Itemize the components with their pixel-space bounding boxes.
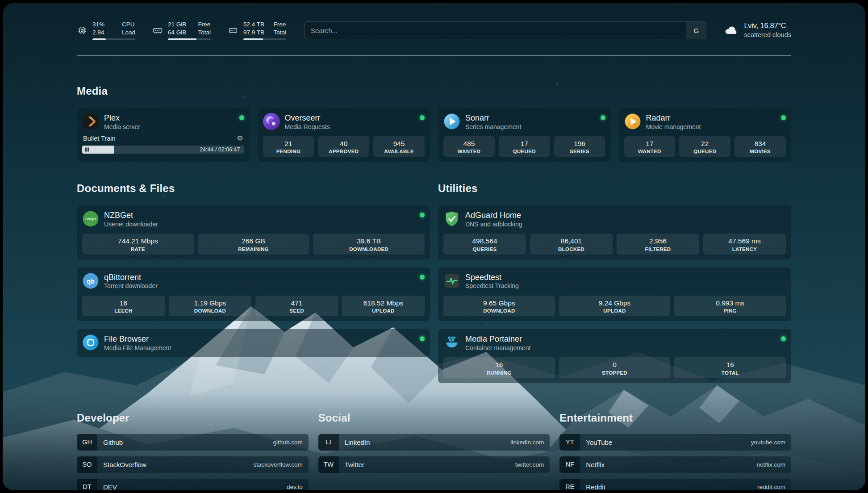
service-subtitle: Usenet downloader xyxy=(104,221,158,229)
search-input[interactable] xyxy=(305,22,686,39)
bookmark-github[interactable]: GH Github github.com xyxy=(77,434,309,451)
service-subtitle: Container management xyxy=(465,344,530,352)
service-card-plex[interactable]: Plex Media server Bullet Train ⚙ xyxy=(77,108,250,162)
stat-label: TOTAL xyxy=(676,370,784,376)
bookmark-linkedin[interactable]: LI LinkedIn linkedin.com xyxy=(318,434,550,451)
bookmarks-title-entertainment: Entertainment xyxy=(559,412,791,424)
service-subtitle: Media File Management xyxy=(104,344,171,352)
stat-wanted: 17 WANTED xyxy=(624,136,676,157)
bookmark-abbr: DT xyxy=(77,479,97,491)
service-card-sonarr[interactable]: Sonarr Series management 485 WANTED 17 Q… xyxy=(438,108,611,162)
cpu-values: 31% 2.94 xyxy=(92,21,104,36)
snow-particles xyxy=(3,3,4,4)
disk-label-top: Free xyxy=(273,21,286,28)
disk-free: 52.4 TB xyxy=(243,21,264,28)
service-card-qbittorrent[interactable]: qb qBittorrent Torrent downloader xyxy=(77,267,430,321)
stat-value: 16 xyxy=(676,360,784,369)
search-provider-button[interactable]: G xyxy=(686,22,706,39)
stat-label: WANTED xyxy=(626,149,674,154)
portainer-whale-icon xyxy=(443,334,460,351)
stat-value: 498,564 xyxy=(445,237,524,245)
stat-value: 196 xyxy=(556,139,604,148)
stat-value: 266 GB xyxy=(200,237,308,245)
bookmark-url: dev.to xyxy=(287,484,303,490)
bookmark-abbr: GH xyxy=(77,434,97,451)
service-name: Sonarr xyxy=(465,113,521,123)
bookmark-name: Twitter xyxy=(345,461,364,468)
stat-label: WANTED xyxy=(445,149,493,154)
bookmark-url: github.com xyxy=(273,439,303,446)
weather-condition: scattered clouds xyxy=(744,31,791,39)
gear-icon[interactable]: ⚙ xyxy=(237,135,243,142)
bookmark-url: reddit.com xyxy=(757,484,785,490)
service-card-radarr[interactable]: Radarr Movie management 17 WANTED 22 QUE… xyxy=(619,108,792,162)
svg-text:nzbget: nzbget xyxy=(85,217,96,221)
stat-label: RUNNING xyxy=(445,370,553,376)
stat-value: 39.6 TB xyxy=(315,237,423,245)
service-card-portainer[interactable]: Media Portainer Container management 16 … xyxy=(438,329,791,383)
service-card-overseerr[interactable]: Overseerr Media Requests 21 PENDING 40 A… xyxy=(258,108,430,162)
memory-values: 21 GiB 64 GiB xyxy=(168,21,186,36)
section-title-media: Media xyxy=(77,85,791,97)
status-dot xyxy=(601,115,605,120)
stat-upload: 618.52 Mbps UPLOAD xyxy=(342,296,425,316)
bookmarks-title-social: Social xyxy=(318,412,550,424)
disk-total: 97.9 TB xyxy=(243,29,264,36)
cpu-percent: 31% xyxy=(92,21,104,28)
service-card-adguard[interactable]: AdGuard Home DNS and adblocking 498,564 … xyxy=(438,205,791,259)
stat-value: 0.993 ms xyxy=(676,299,784,307)
service-name: Speedtest xyxy=(465,272,519,283)
bookmark-name: LinkedIn xyxy=(345,439,370,446)
stat-label: REMAINING xyxy=(200,246,308,252)
bookmarks-title-developer: Developer xyxy=(77,412,309,424)
cloud-icon xyxy=(724,23,739,38)
memory-widget: 21 GiB 64 GiB Free Total xyxy=(152,21,211,40)
stat-label: AVAILABLE xyxy=(375,149,423,154)
stat-value: 22 xyxy=(681,139,729,148)
bookmark-netflix[interactable]: NF Netflix netflix.com xyxy=(559,456,791,473)
disk-label-bottom: Total xyxy=(273,29,286,36)
service-name: Radarr xyxy=(646,113,701,123)
stat-filtered: 2,956 FILTERED xyxy=(617,234,699,254)
service-name: Media Portainer xyxy=(465,334,530,344)
service-subtitle: DNS and adblocking xyxy=(465,221,522,229)
playback-time: 24:44 / 02:06:47 xyxy=(200,146,240,153)
bookmark-stackoverflow[interactable]: SO StackOverflow stackoverflow.com xyxy=(77,456,309,473)
service-card-nzbget[interactable]: nzbget NZBGet Usenet downloader 74 xyxy=(77,205,430,259)
stat-total: 16 TOTAL xyxy=(674,357,786,378)
bookmark-reddit[interactable]: RE Reddit reddit.com xyxy=(559,479,791,491)
stat-stopped: 0 STOPPED xyxy=(559,357,671,378)
bookmark-url: stackoverflow.com xyxy=(253,461,302,468)
stat-value: 17 xyxy=(501,139,548,148)
service-subtitle: Movie management xyxy=(646,123,701,131)
stat-label: BLOCKED xyxy=(532,246,611,252)
section-title-utilities: Utilities xyxy=(438,182,791,195)
bookmark-abbr: LI xyxy=(318,434,339,451)
service-card-speedtest[interactable]: Speedtest Speedtest Tracking 9.65 Gbps D… xyxy=(438,267,791,321)
stat-label: SERIES xyxy=(556,149,604,154)
stat-movies: 834 MOVIES xyxy=(734,136,786,157)
status-dot xyxy=(420,213,425,217)
service-subtitle: Torrent downloader xyxy=(104,282,158,290)
status-dot xyxy=(420,115,425,120)
sonarr-icon xyxy=(443,113,460,130)
stat-value: 86,401 xyxy=(532,237,611,245)
bookmark-youtube[interactable]: YT YouTube youtube.com xyxy=(559,434,791,451)
stat-value: 0 xyxy=(561,360,669,369)
playback-progress-bar[interactable]: 24:44 / 02:06:47 xyxy=(82,146,244,154)
pause-icon[interactable] xyxy=(85,147,89,152)
bookmark-dev[interactable]: DT DEV dev.to xyxy=(77,479,309,491)
stat-value: 485 xyxy=(445,139,493,148)
filebrowser-icon xyxy=(82,334,99,351)
search-bar: G xyxy=(304,21,706,39)
stat-label: QUERIES xyxy=(445,246,524,252)
status-dot xyxy=(420,275,425,280)
bookmark-twitter[interactable]: TW Twitter twitter.com xyxy=(318,456,550,473)
stat-label: QUEUED xyxy=(681,149,729,154)
stat-label: FILTERED xyxy=(618,246,697,252)
service-card-filebrowser[interactable]: File Browser Media File Management xyxy=(77,329,430,357)
stat-value: 40 xyxy=(320,139,367,148)
stat-label: UPLOAD xyxy=(561,308,669,313)
cpu-labels: CPU Load xyxy=(122,21,135,36)
stat-approved: 40 APPROVED xyxy=(318,136,369,157)
